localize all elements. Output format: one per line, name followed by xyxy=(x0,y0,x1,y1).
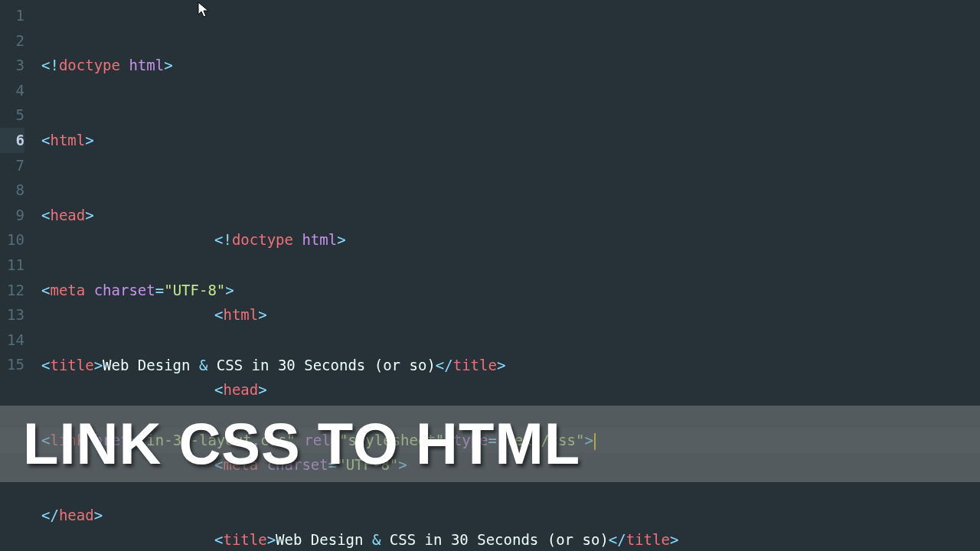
line-number: 11 xyxy=(0,253,24,278)
punct: <! xyxy=(41,57,59,73)
punct: </ xyxy=(41,507,59,523)
line-number: 12 xyxy=(0,278,24,303)
line-number: 4 xyxy=(0,78,24,103)
punct: < xyxy=(41,132,50,148)
line-number-current: 6 xyxy=(0,128,24,153)
punct: > xyxy=(85,132,93,148)
tag-name: title xyxy=(50,357,93,373)
tag-name: doctype xyxy=(59,57,120,73)
line-number: 14 xyxy=(0,328,24,353)
line-number: 10 xyxy=(0,227,24,253)
line-number: 8 xyxy=(0,178,24,203)
text: Web Design xyxy=(103,357,199,373)
line-number: 1 xyxy=(0,3,24,28)
attr: html xyxy=(129,57,164,73)
punct: < xyxy=(41,357,50,373)
entity: & xyxy=(199,357,207,373)
tag-name: head xyxy=(50,207,85,223)
line-number: 13 xyxy=(0,302,24,328)
punct: < xyxy=(41,282,50,298)
line-number: 3 xyxy=(0,53,24,78)
attr-name: charset xyxy=(94,282,155,298)
tag-name: meta xyxy=(50,282,85,298)
mouse-pointer-icon xyxy=(198,2,210,18)
punct: > xyxy=(164,57,172,73)
line-number: 9 xyxy=(0,203,24,228)
punct: > xyxy=(94,507,103,523)
line-number: 15 xyxy=(0,352,24,377)
punct: > xyxy=(85,207,93,223)
punct: > xyxy=(94,357,103,373)
line-number: 7 xyxy=(0,153,24,178)
op: = xyxy=(155,282,164,298)
line-number: 2 xyxy=(0,28,24,54)
tag-name: html xyxy=(50,132,85,148)
code-line[interactable]: <html> xyxy=(41,128,980,153)
title-banner: LINK CSS TO HTML xyxy=(0,406,980,482)
code-line[interactable]: <!doctype html> xyxy=(41,53,980,78)
tag-name: head xyxy=(59,507,94,523)
punct: < xyxy=(41,207,50,223)
overlay-code-snippet: <!doctype html> <html> <head> <meta char… xyxy=(214,178,740,551)
banner-title: LINK CSS TO HTML xyxy=(23,394,580,494)
line-number: 5 xyxy=(0,103,24,128)
